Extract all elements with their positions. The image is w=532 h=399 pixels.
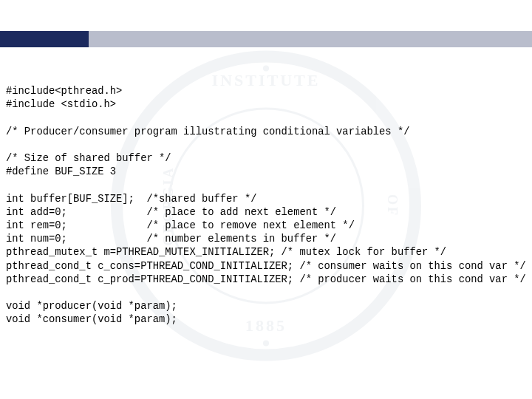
- header-bar: [89, 31, 532, 47]
- code-block: #include<pthread.h> #include <stdio.h> /…: [6, 85, 529, 327]
- code-line: #include<pthread.h>: [6, 86, 122, 97]
- seal-dot-icon: [263, 65, 269, 71]
- code-line: int num=0; /* number elements in buffer …: [6, 233, 336, 245]
- code-line: void *producer(void *param);: [6, 301, 177, 312]
- code-line: #define BUF_SIZE 3: [6, 166, 116, 177]
- header-bar-accent: [0, 31, 90, 47]
- code-line: pthread_cond_t c_cons=PTHREAD_COND_INITI…: [6, 261, 526, 272]
- code-line: /* Size of shared buffer */: [6, 153, 171, 164]
- code-line: int add=0; /* place to add next element …: [6, 207, 336, 218]
- code-line: /* Producer/consumer program illustratin…: [6, 126, 409, 137]
- code-line: #include <stdio.h>: [6, 99, 116, 110]
- code-line: pthread_mutex_t m=PTHREAD_MUTEX_INITIALI…: [6, 247, 446, 258]
- code-line: pthread_cond_t c_prod=PTHREAD_COND_INITI…: [6, 274, 526, 285]
- code-line: int rem=0; /* place to remove next eleme…: [6, 220, 355, 231]
- code-line: void *consumer(void *param);: [6, 314, 177, 325]
- code-line: int buffer[BUF_SIZE]; /*shared buffer */: [6, 194, 256, 205]
- seal-dot-icon: [263, 340, 269, 346]
